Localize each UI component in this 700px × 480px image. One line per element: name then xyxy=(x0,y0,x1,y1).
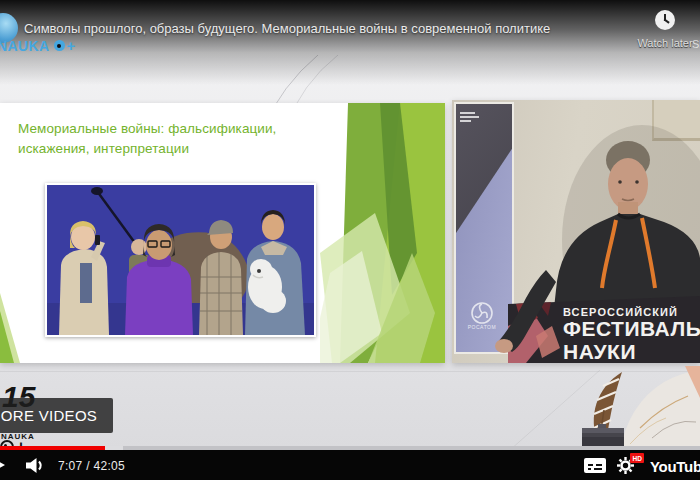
nauka-logo-text: NAUKA xyxy=(0,38,50,54)
nauka-channel-logo: NAUKA + xyxy=(0,37,76,54)
watch-later-label: Watch later xyxy=(630,37,700,49)
nauka-zero-icon xyxy=(54,40,65,51)
speaker-camera-view: РОСАТОМ ВСЕРОССИЙСКИЙ xyxy=(452,100,700,363)
film-set-photo-graphic xyxy=(47,185,314,335)
speaker-arm xyxy=(452,100,700,363)
share-button[interactable]: Share xyxy=(692,38,700,50)
subtitles-button[interactable] xyxy=(584,458,606,473)
more-videos-button[interactable]: MORE VIDEOS xyxy=(0,398,113,433)
video-duration: 42:05 xyxy=(93,459,125,473)
slide-title-line2: искажения, интерпретации xyxy=(18,141,189,156)
nauka-plus-text: + xyxy=(67,37,76,54)
slide-corner-decoration xyxy=(0,293,20,363)
presentation-slide: Мемориальные войны: фальсификации, искаж… xyxy=(0,103,445,363)
hd-quality-badge: HD xyxy=(630,453,644,463)
youtube-player: Мемориальные войны: фальсификации, искаж… xyxy=(0,0,700,480)
slide-title: Мемориальные войны: фальсификации, искаж… xyxy=(18,119,318,158)
time-separator: / xyxy=(83,459,94,473)
watch-later-button[interactable]: Watch later xyxy=(630,10,700,49)
play-button[interactable] xyxy=(0,458,5,472)
time-display: 7:07 / 42:05 xyxy=(58,459,125,473)
video-title-link[interactable]: Символы прошлого, образы будущего. Мемор… xyxy=(24,21,664,36)
slide-green-decoration xyxy=(320,103,445,363)
player-top-overlay: Символы прошлого, образы будущего. Мемор… xyxy=(0,0,700,85)
quill-inkwell-decoration xyxy=(480,366,700,452)
slide-photo xyxy=(45,183,316,337)
player-controls: 7:07 / 42:05 HD YouTube xyxy=(0,450,700,480)
current-time: 7:07 xyxy=(58,459,83,473)
slide-title-line1: Мемориальные войны: фальсификации, xyxy=(18,121,276,136)
youtube-logo[interactable]: YouTube xyxy=(650,458,700,475)
watch-later-clock-icon xyxy=(655,10,675,30)
volume-button[interactable] xyxy=(26,458,46,473)
